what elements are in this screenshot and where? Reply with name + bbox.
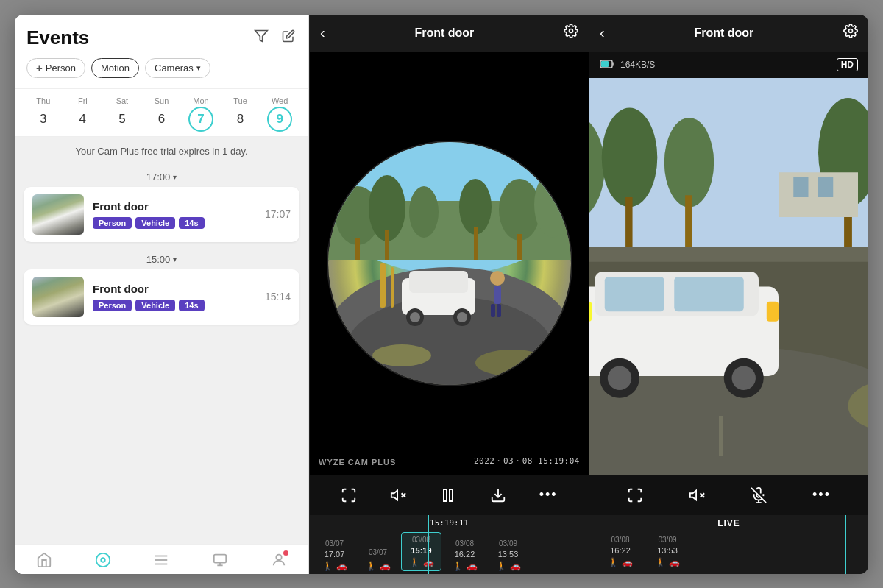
date-cell-thu[interactable]: Thu 3 bbox=[31, 96, 56, 132]
right-status-bar: 164KB/S HD bbox=[589, 52, 868, 78]
day-label-wed: Wed bbox=[272, 96, 288, 105]
right-tl-item-1[interactable]: 03/08 16:22 🚶 🚗 bbox=[598, 536, 642, 567]
caret-icon: ▾ bbox=[173, 173, 177, 181]
nav-menu[interactable] bbox=[153, 552, 169, 568]
edit-button[interactable] bbox=[280, 28, 297, 48]
live-label: LIVE bbox=[717, 518, 740, 528]
time-group-1500[interactable]: 15:00 ▾ bbox=[15, 248, 308, 268]
date-cell-tue[interactable]: Tue 8 bbox=[228, 96, 253, 132]
chip-motion-label: Motion bbox=[101, 63, 130, 74]
day-label-sat: Sat bbox=[116, 96, 129, 105]
middle-cam-controls: ••• bbox=[310, 475, 589, 515]
chip-cameras[interactable]: Cameras ▾ bbox=[145, 58, 210, 78]
day-label-fri: Fri bbox=[78, 96, 88, 105]
svg-point-1 bbox=[96, 553, 110, 566]
tl-date-5: 03/09 bbox=[499, 539, 517, 548]
right-video bbox=[589, 78, 868, 475]
tl-date-1: 03/07 bbox=[325, 539, 344, 548]
hd-badge: HD bbox=[837, 58, 858, 71]
fisheye-circle bbox=[328, 142, 571, 385]
tag-person: Person bbox=[93, 217, 132, 229]
day-label-thu: Thu bbox=[36, 96, 50, 105]
svg-rect-6 bbox=[214, 554, 227, 562]
fullscreen-button[interactable] bbox=[338, 484, 360, 506]
timeline-item-2[interactable]: 03/07 🚶 🚗 bbox=[358, 548, 398, 571]
pause-button[interactable] bbox=[436, 483, 460, 507]
tl-date-2: 03/07 bbox=[369, 548, 387, 556]
svg-rect-26 bbox=[391, 267, 394, 308]
right-tl-time-2: 13:53 bbox=[657, 546, 678, 555]
caret-icon-2: ▾ bbox=[173, 255, 177, 263]
svg-point-45 bbox=[848, 29, 852, 33]
right-more-button[interactable]: ••• bbox=[809, 484, 834, 506]
svg-point-17 bbox=[499, 179, 540, 241]
tl-icons-4: 🚶 🚗 bbox=[453, 561, 478, 571]
notification-dot bbox=[283, 550, 288, 556]
event-card-1707[interactable]: Front door Person Vehicle 14s 17:07 bbox=[24, 187, 299, 242]
more-options-button[interactable]: ••• bbox=[536, 484, 561, 506]
timeline-item-5[interactable]: 03/09 13:53 🚶 🚗 bbox=[488, 539, 528, 571]
mic-mute-button[interactable] bbox=[748, 484, 770, 506]
svg-rect-59 bbox=[793, 177, 808, 197]
time-group-1700[interactable]: 17:00 ▾ bbox=[15, 166, 308, 185]
right-cam-title: Front door bbox=[694, 26, 753, 40]
date-cell-sat[interactable]: Sat 5 bbox=[110, 96, 135, 132]
middle-timeline[interactable]: 15:19:11 03/07 17:07 🚶 🚗 03/07 bbox=[310, 515, 589, 574]
svg-point-9 bbox=[276, 554, 281, 559]
event-tags-1707: Person Vehicle 14s bbox=[93, 217, 256, 229]
bottom-nav bbox=[15, 544, 308, 574]
nav-devices[interactable] bbox=[212, 552, 228, 568]
right-cam-controls: ••• bbox=[589, 475, 868, 515]
date-cell-fri[interactable]: Fri 4 bbox=[70, 96, 95, 132]
right-back-button[interactable]: ‹ bbox=[600, 24, 605, 41]
right-tl-time-1: 16:22 bbox=[610, 546, 631, 555]
event-tags-1514: Person Vehicle 14s bbox=[93, 300, 256, 311]
middle-settings-button[interactable] bbox=[564, 24, 578, 42]
chevron-down-icon: ▾ bbox=[196, 63, 201, 73]
event-thumbnail-1707 bbox=[32, 194, 84, 235]
mute-button[interactable] bbox=[387, 484, 409, 506]
event-time-1707: 17:07 bbox=[265, 208, 291, 220]
svg-point-30 bbox=[410, 312, 420, 322]
camera-panels: ‹ Front door bbox=[309, 15, 868, 574]
date-cell-mon[interactable]: Mon 7 bbox=[188, 96, 213, 132]
svg-point-16 bbox=[459, 179, 492, 235]
date-num-mon: 7 bbox=[188, 107, 213, 132]
svg-rect-60 bbox=[818, 177, 833, 197]
nav-profile[interactable] bbox=[271, 552, 287, 568]
middle-cam-title: Front door bbox=[414, 26, 474, 40]
date-cell-sun[interactable]: Sun 6 bbox=[149, 96, 174, 132]
battery-icon bbox=[600, 59, 614, 71]
left-header: Events + bbox=[15, 15, 308, 89]
date-row: Thu 3 Fri 4 Sat 5 Sun 6 Mon 7 Tue 8 bbox=[15, 89, 308, 137]
filter-button[interactable] bbox=[252, 27, 270, 49]
more-icon: ••• bbox=[539, 487, 558, 503]
right-settings-button[interactable] bbox=[843, 24, 858, 42]
tag-duration: 14s bbox=[179, 217, 204, 229]
header-icons bbox=[252, 27, 297, 49]
middle-camera-panel: ‹ Front door bbox=[309, 15, 589, 574]
middle-back-button[interactable]: ‹ bbox=[320, 24, 325, 41]
right-fullscreen-button[interactable] bbox=[624, 484, 646, 506]
current-time-display: 15:19:11 bbox=[430, 518, 469, 528]
svg-point-2 bbox=[101, 558, 105, 562]
left-panel: Events + bbox=[15, 15, 309, 574]
tl-icons-2: 🚶 🚗 bbox=[366, 561, 391, 571]
svg-rect-67 bbox=[674, 277, 744, 311]
timeline-item-active[interactable]: 03/08 15:19 🚶 🚗 bbox=[401, 532, 442, 571]
nav-events[interactable] bbox=[95, 552, 111, 568]
nav-home[interactable] bbox=[36, 552, 52, 568]
right-mute-button[interactable] bbox=[686, 484, 708, 506]
tl-time-1: 17:07 bbox=[325, 550, 345, 559]
download-button[interactable] bbox=[487, 484, 509, 506]
right-tl-date-2: 03/09 bbox=[658, 536, 676, 544]
right-timeline[interactable]: LIVE 03/08 16:22 🚶 🚗 03/09 13:53 bbox=[589, 515, 868, 574]
event-info-1707: Front door Person Vehicle 14s bbox=[93, 200, 256, 229]
timeline-item-1[interactable]: 03/07 17:07 🚶 🚗 bbox=[314, 539, 355, 571]
event-card-1514[interactable]: Front door Person Vehicle 14s 15:14 bbox=[24, 269, 299, 325]
right-tl-item-2[interactable]: 03/09 13:53 🚶 🚗 bbox=[645, 536, 689, 567]
timeline-item-4[interactable]: 03/08 16:22 🚶 🚗 bbox=[444, 539, 485, 571]
chip-person[interactable]: + Person bbox=[26, 58, 85, 78]
date-cell-wed[interactable]: Wed 9 bbox=[267, 96, 292, 132]
chip-motion[interactable]: Motion bbox=[91, 58, 139, 78]
